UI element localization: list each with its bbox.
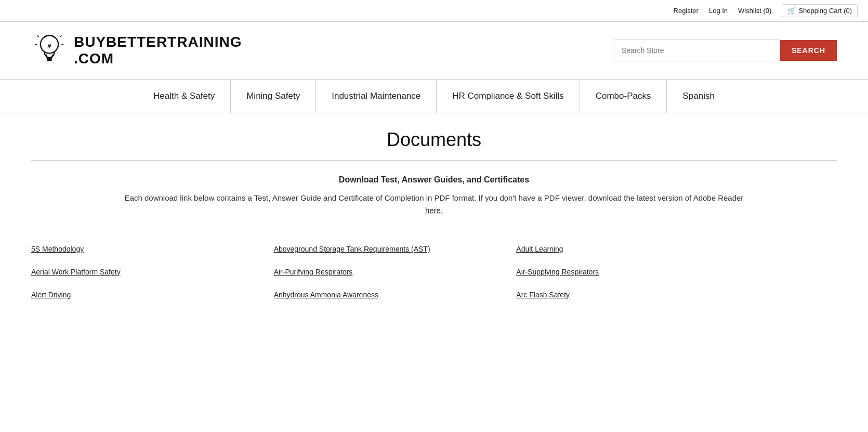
nav-item-health-safety[interactable]: Health & Safety bbox=[138, 80, 231, 113]
doc-link-alert-driving[interactable]: Alert Driving bbox=[31, 283, 274, 306]
page-title: Documents bbox=[31, 129, 837, 151]
doc-link-air-purifying[interactable]: Air-Purifying Respirators bbox=[274, 260, 517, 283]
cart-icon: 🛒 bbox=[787, 7, 796, 15]
logo-icon bbox=[31, 32, 68, 69]
doc-link-adult-learning[interactable]: Adult Learning bbox=[516, 238, 759, 260]
logo-area: BUYBETTERTRAINING .COM bbox=[31, 32, 242, 69]
doc-link-ast[interactable]: Aboveground Storage Tank Requirements (A… bbox=[274, 238, 517, 260]
nav-bar: Health & Safety Mining Safety Industrial… bbox=[0, 80, 868, 113]
description-text: Each download link below contains a Test… bbox=[125, 193, 744, 202]
top-bar: Register Log In Wishlist (0) 🛒 Shopping … bbox=[0, 0, 868, 22]
adobe-link[interactable]: here. bbox=[425, 206, 443, 215]
search-area: SEARCH bbox=[614, 40, 837, 61]
svg-rect-4 bbox=[47, 57, 52, 59]
doc-link-aerial[interactable]: Aerial Work Platform Safety bbox=[31, 260, 274, 283]
nav-item-combo-packs[interactable]: Combo-Packs bbox=[580, 80, 667, 113]
logo-text: BUYBETTERTRAINING .COM bbox=[74, 34, 242, 67]
cart-label: Shopping Cart (0) bbox=[798, 7, 852, 15]
logo-sub: .COM bbox=[74, 50, 114, 67]
svg-line-7 bbox=[60, 35, 61, 37]
doc-link-air-supplying[interactable]: Air-Supplying Respirators bbox=[516, 260, 759, 283]
subtitle: Download Test, Answer Guides, and Certif… bbox=[31, 175, 837, 185]
nav-item-hr-compliance[interactable]: HR Compliance & Soft Skills bbox=[437, 80, 580, 113]
docs-grid: 5S Methodology Aboveground Storage Tank … bbox=[31, 238, 759, 306]
svg-rect-5 bbox=[47, 59, 51, 61]
svg-point-0 bbox=[41, 35, 58, 53]
title-divider bbox=[31, 160, 837, 161]
doc-link-anhydrous[interactable]: Anhydrous Ammonia Awareness bbox=[274, 283, 517, 306]
nav-item-spanish[interactable]: Spanish bbox=[667, 80, 730, 113]
login-link[interactable]: Log In bbox=[709, 7, 728, 15]
search-input[interactable] bbox=[614, 40, 780, 61]
register-link[interactable]: Register bbox=[674, 7, 699, 15]
doc-link-arc-flash[interactable]: Arc Flash Safety bbox=[516, 283, 759, 306]
wishlist-link[interactable]: Wishlist (0) bbox=[738, 7, 771, 15]
logo-main: BUYBETTERTRAINING bbox=[74, 34, 242, 50]
cart-link[interactable]: 🛒 Shopping Cart (0) bbox=[782, 4, 858, 17]
svg-line-6 bbox=[37, 35, 39, 37]
search-button[interactable]: SEARCH bbox=[780, 40, 837, 61]
doc-link-5s[interactable]: 5S Methodology bbox=[31, 238, 274, 260]
header: BUYBETTERTRAINING .COM SEARCH bbox=[0, 22, 868, 80]
nav-item-mining-safety[interactable]: Mining Safety bbox=[231, 80, 316, 113]
description: Each download link below contains a Test… bbox=[122, 192, 746, 217]
nav-item-industrial-maintenance[interactable]: Industrial Maintenance bbox=[316, 80, 437, 113]
main-content: Documents Download Test, Answer Guides, … bbox=[0, 113, 868, 322]
